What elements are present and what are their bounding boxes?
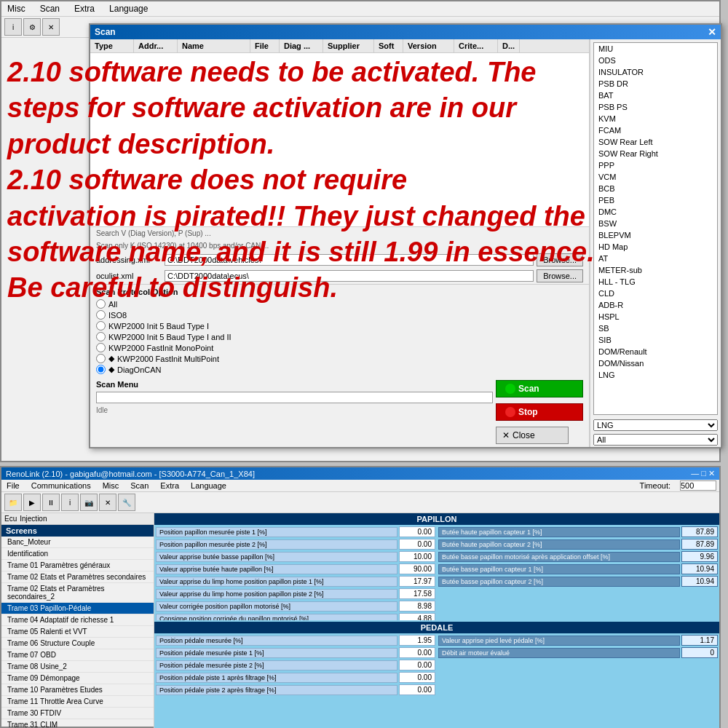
menu-scan[interactable]: Scan [37,3,63,15]
reno-toolbar-btn-7[interactable]: 🔧 [118,494,135,511]
reno-menu-scan[interactable]: Scan [128,480,151,491]
sidebar-item[interactable]: Trame 07 OBD [1,649,154,661]
dropdown-item[interactable]: DMC [594,206,717,218]
dropdown-item[interactable]: PSB PS [594,101,717,113]
pedale-data-row-right: Débit air moteur évalué 0 [438,647,718,658]
dropdown-list[interactable]: MIUODSINSULATORPSB DRBATPSB PSKVMFCAMSOW… [593,42,718,415]
dropdown-item[interactable]: PEB [594,194,717,206]
reno-menu-extra[interactable]: Extra [158,480,181,491]
sidebar-item[interactable]: Trame 10 Paramètres Etudes [1,684,154,696]
close-btn-label: Close [513,430,535,440]
dropdown-item[interactable]: DOM/Nissan [594,357,717,369]
reno-window-controls[interactable]: — □ ✕ [691,469,715,478]
protocol-iso8: ISO8 [96,310,583,320]
data-row: Butée basse papillon capteur 2 [%] 10.94 [438,576,718,587]
dropdown-item[interactable]: SOW Rear Right [594,148,717,159]
dropdown-item[interactable]: HSPL [594,311,717,323]
dropdown-item[interactable]: HLL - TLG [594,276,717,288]
reno-toolbar-btn-5[interactable]: 📷 [80,494,98,511]
dropdown-item[interactable]: BAT [594,90,717,101]
radio-diagcan[interactable] [96,365,106,374]
ocult-input[interactable] [165,270,534,282]
dropdown-item[interactable]: SB [594,323,717,334]
reno-toolbar-btn-4[interactable]: i [61,494,79,511]
reno-menu-file[interactable]: File [4,480,22,491]
close-button[interactable]: ✕ Close [496,427,569,444]
scan-options: Scan Protocol Option All ISO8 KWP2000 [90,284,589,377]
dropdown-item[interactable]: MIU [594,43,717,55]
sidebar-item[interactable]: Trame 09 Démonpage [1,673,154,684]
reno-menu-language[interactable]: Language [189,480,229,491]
data-row: Consigne position corrigée du papillon m… [156,613,435,620]
reno-toolbar-btn-2[interactable]: ▶ [23,494,41,511]
radio-kwp5baud2[interactable] [96,332,106,341]
reno-menu-misc[interactable]: Misc [100,480,122,491]
sidebar-item[interactable]: Trame 11 Throttle Area Curve [1,696,154,708]
sidebar-item[interactable]: Trame 03 Papillon-Pédale [1,603,154,614]
dropdown-item[interactable]: SIB [594,334,717,346]
dropdown-item[interactable]: FCAM [594,124,717,136]
dropdown-item[interactable]: KVM [594,113,717,124]
reno-toolbar-btn-1[interactable]: 📁 [4,494,22,511]
sidebar-item[interactable]: Trame 02 Etats et Paramètres secondaires… [1,583,154,603]
radio-kwp5baud[interactable] [96,321,106,331]
dropdown-item[interactable]: CLD [594,288,717,299]
sidebar-item[interactable]: Banc_Moteur [1,537,154,548]
radio-all[interactable] [96,299,106,309]
menu-misc[interactable]: Misc [4,3,28,15]
toolbar-btn-3[interactable]: ✕ [42,18,60,36]
reno-toolbar-btn-6[interactable]: ✕ [99,494,116,511]
scan-menu-input-row [96,392,493,403]
sidebar-item[interactable]: Trame 31 CLIM [1,719,154,728]
stop-button[interactable]: Stop [496,403,583,421]
sidebar-item[interactable]: Trame 05 Ralenti et VVT [1,626,154,638]
reno-menu-comm[interactable]: Communications [29,480,93,491]
sidebar-item[interactable]: Trame 30 FTDIV [1,708,154,719]
timeout-input[interactable] [680,480,716,491]
ddt-menubar: Misc Scan Extra Language [1,1,719,17]
addressing-input[interactable] [165,254,534,266]
scan-menu-input[interactable] [96,392,493,403]
scan-button[interactable]: Scan [496,380,583,397]
sidebar-item[interactable]: Identification [1,548,154,560]
data-value-dark: 9.96 [681,551,718,562]
sidebar-item[interactable]: Trame 02 Etats et Paramètres secondaires [1,571,154,583]
dropdown-item[interactable]: BLEPVM [594,229,717,241]
dropdown-item[interactable]: PPP [594,159,717,171]
radio-kwp-fast-multi[interactable] [96,354,106,363]
pedale-data-row: Position pédale mesurée [%] 1.95 [156,635,435,646]
menu-extra[interactable]: Extra [71,3,98,15]
dropdown-item[interactable]: SOW Rear Left [594,136,717,148]
sidebar-item[interactable]: Trame 04 Adaptatif de richesse 1 [1,614,154,626]
dropdown-select-1[interactable]: LNG [593,419,718,431]
dropdown-item[interactable]: LNG [594,369,717,381]
toolbar-btn-2[interactable]: ⚙ [23,18,41,36]
dropdown-item[interactable]: BCB [594,183,717,194]
toolbar-btn-1[interactable]: i [4,18,22,36]
browse-button-1[interactable]: Browse... [537,253,583,266]
dropdown-item[interactable]: AT [594,253,717,264]
screens-header: Screens [1,525,154,537]
dropdown-item[interactable]: BSW [594,218,717,229]
dropdown-select-2[interactable]: All [593,434,718,446]
dropdown-item[interactable]: METER-sub [594,264,717,276]
dropdown-item[interactable]: PSB DR [594,78,717,90]
data-value: 0.00 [399,539,435,550]
data-value-dark: 10.94 [681,576,718,587]
dropdown-item[interactable]: ADB-R [594,299,717,311]
dropdown-item[interactable]: HD Map [594,241,717,253]
radio-iso8[interactable] [96,310,106,320]
dropdown-item[interactable]: INSULATOR [594,66,717,78]
menu-language[interactable]: Language [106,3,151,15]
sidebar-item[interactable]: Trame 06 Structure Couple [1,638,154,649]
pedale-label: Position pédale piste 1 après filtrage [… [156,673,397,683]
dropdown-item[interactable]: DOM/Renault [594,346,717,357]
reno-toolbar-btn-3[interactable]: ⏸ [42,494,60,511]
dropdown-item[interactable]: VCM [594,171,717,183]
browse-button-2[interactable]: Browse... [537,269,583,282]
sidebar-item[interactable]: Trame 08 Usine_2 [1,661,154,673]
scan-close-button[interactable]: ✕ [708,27,716,37]
sidebar-item[interactable]: Trame 01 Paramètres généraux [1,560,154,571]
dropdown-item[interactable]: ODS [594,55,717,66]
radio-kwp-fast-mono[interactable] [96,343,106,352]
